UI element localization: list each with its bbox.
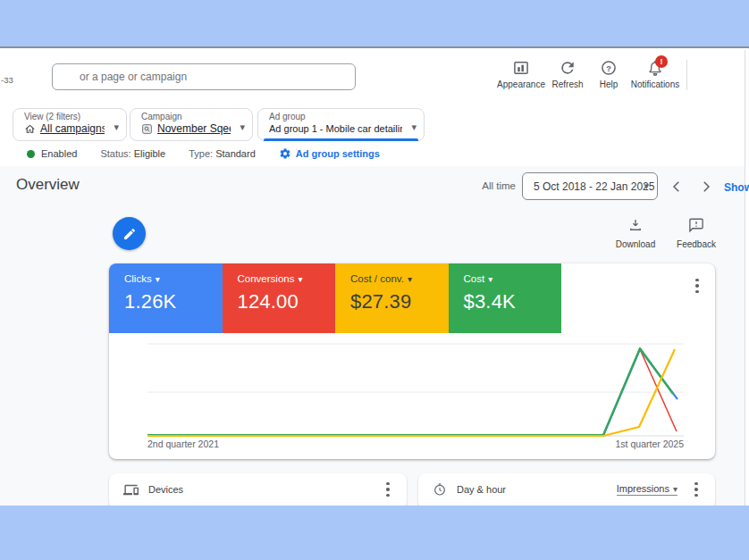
scorecard-cost[interactable]: Cost $3.4K	[449, 263, 562, 333]
ad-group-filter-label: Ad group	[269, 112, 402, 122]
chevron-down-icon	[644, 180, 649, 192]
ad-group-filter-value: Ad group 1 - Mobile car detailing	[269, 122, 402, 136]
scorecard-cost-per-conv-label: Cost / conv.	[350, 273, 404, 284]
chevron-down-icon	[298, 273, 302, 284]
scorecard-conversions-label: Conversions	[238, 273, 295, 284]
pencil-icon	[122, 227, 137, 241]
scorecard-clicks-value: 1.26K	[124, 290, 223, 313]
top-window-band	[0, 0, 749, 48]
scorecard-row: Clicks 1.26K Conversions 124.00 Cost / c…	[109, 263, 561, 333]
search-input[interactable]	[53, 64, 355, 89]
download-label: Download	[616, 239, 655, 249]
clock-icon	[433, 482, 447, 497]
feedback-button[interactable]: Feedback	[673, 217, 720, 249]
chart-card-menu-button[interactable]	[689, 274, 705, 297]
svg-text:?: ?	[606, 64, 611, 73]
devices-icon	[123, 482, 139, 497]
view-filter-label: View (2 filters)	[24, 112, 105, 122]
previous-period-button[interactable]	[669, 179, 685, 195]
overview-chart-card: Clicks 1.26K Conversions 124.00 Cost / c…	[109, 263, 715, 459]
day-hour-card-title: Day & hour	[457, 484, 506, 495]
chevron-down-icon	[488, 273, 492, 284]
scorecard-cost-value: $3.4K	[464, 290, 562, 313]
search-box	[52, 63, 356, 90]
help-label: Help	[600, 79, 619, 89]
scorecard-clicks[interactable]: Clicks 1.26K	[109, 263, 223, 333]
refresh-icon	[559, 59, 576, 77]
gear-icon	[279, 147, 291, 160]
next-period-button[interactable]	[698, 179, 714, 195]
chevron-down-icon	[114, 121, 119, 133]
right-edge-strip	[745, 50, 749, 506]
enabled-label: Enabled	[41, 148, 77, 159]
scorecard-conversions[interactable]: Conversions 124.00	[223, 263, 336, 333]
day-hour-card: Day & hour Impressions	[418, 473, 715, 509]
chevron-down-icon	[411, 121, 417, 133]
scorecard-cost-per-conv-value: $27.39	[350, 290, 449, 313]
feedback-icon	[688, 217, 704, 237]
type-value: Standard	[215, 148, 256, 159]
chevron-down-icon	[240, 121, 245, 133]
ad-group-settings-link[interactable]: Ad group settings	[279, 147, 380, 160]
chevron-down-icon	[156, 273, 160, 284]
campaign-filter-chip[interactable]: Campaign November Sqeeze	[130, 108, 253, 141]
page-title: Overview	[16, 176, 80, 194]
refresh-button[interactable]: Refresh	[545, 59, 590, 89]
date-preset-label: All time	[471, 180, 516, 191]
scorecard-cost-label: Cost	[464, 273, 485, 284]
show-link[interactable]: Show	[724, 181, 749, 194]
ad-group-settings-label: Ad group settings	[296, 148, 380, 159]
chevron-down-icon	[408, 273, 412, 284]
campaign-filter-label: Campaign	[141, 112, 231, 122]
help-icon: ?	[600, 59, 618, 77]
notifications-label: Notifications	[631, 79, 679, 89]
x-axis-label-end: 1st quarter 2025	[616, 439, 684, 449]
partial-account-id: -33	[1, 75, 13, 85]
type-label: Type:	[189, 148, 213, 159]
view-filter-chip[interactable]: View (2 filters) All campaigns	[13, 108, 127, 141]
impressions-metric-dropdown[interactable]: Impressions	[617, 483, 677, 496]
appearance-button[interactable]: Appearance	[497, 59, 545, 89]
enabled-status-dot	[27, 150, 35, 158]
download-button[interactable]: Download	[612, 217, 659, 249]
appearance-label: Appearance	[497, 79, 545, 89]
day-hour-card-menu-button[interactable]	[688, 478, 704, 501]
home-icon	[24, 123, 36, 135]
feedback-label: Feedback	[677, 239, 716, 249]
status-bar: Enabled Status: Eligible Type: Standard …	[27, 146, 380, 161]
appearance-icon	[512, 59, 530, 77]
performance-trend-chart	[147, 339, 684, 447]
notification-badge: !	[655, 55, 668, 68]
selected-chip-accent-bar	[264, 138, 418, 141]
devices-card-title: Devices	[148, 484, 183, 495]
chevron-down-icon	[673, 483, 677, 494]
scorecard-clicks-label: Clicks	[124, 273, 152, 284]
scorecard-cost-per-conv[interactable]: Cost / conv. $27.39	[335, 263, 449, 333]
status-value: Eligible	[134, 148, 165, 159]
date-range-value: 5 Oct 2018 - 22 Jan 2025	[534, 173, 654, 200]
scorecard-conversions-value: 124.00	[238, 290, 336, 313]
campaign-icon	[141, 123, 153, 135]
google-ads-overview-screen: -33 Appearance Refresh ? Help	[0, 0, 749, 560]
refresh-label: Refresh	[551, 79, 583, 89]
devices-card-menu-button[interactable]	[380, 478, 396, 501]
x-axis-label-start: 2nd quarter 2021	[147, 439, 219, 449]
x-axis-labels: 2nd quarter 2021 1st quarter 2025	[147, 439, 684, 449]
edit-fab-button[interactable]	[113, 217, 146, 250]
date-range-selector[interactable]: 5 Oct 2018 - 22 Jan 2025	[522, 172, 658, 200]
toolbar-divider	[686, 60, 687, 90]
bottom-window-band	[0, 506, 749, 560]
help-button[interactable]: ? Help	[590, 59, 627, 89]
devices-card: Devices	[109, 473, 407, 509]
campaign-filter-value: November Sqeeze	[157, 122, 231, 136]
status-label: Status:	[100, 148, 130, 159]
download-icon	[627, 217, 644, 237]
ad-group-filter-chip[interactable]: Ad group Ad group 1 - Mobile car detaili…	[257, 108, 425, 141]
impressions-metric-label: Impressions	[617, 483, 669, 494]
notifications-button[interactable]: ! Notifications	[627, 59, 683, 89]
toolbar-actions: Appearance Refresh ? Help ! Notification…	[497, 59, 687, 90]
view-filter-value: All campaigns	[40, 122, 105, 136]
